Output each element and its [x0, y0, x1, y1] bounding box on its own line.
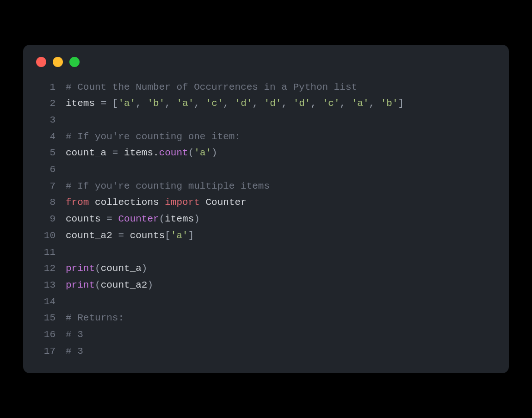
line-content: [66, 112, 72, 129]
code-line[interactable]: 14: [36, 294, 496, 310]
code-line[interactable]: 17# 3: [36, 343, 496, 360]
code-token: items.: [118, 148, 159, 158]
code-line[interactable]: 1# Count the Number of Occurrences in a …: [36, 79, 496, 96]
line-content: # 3: [66, 343, 83, 360]
code-token: (: [159, 214, 165, 224]
minimize-icon[interactable]: [53, 57, 63, 67]
code-token: 'a': [194, 148, 211, 158]
code-token: ,: [369, 98, 381, 109]
line-number: 3: [36, 112, 56, 129]
code-token: ,: [340, 98, 351, 109]
code-token: items: [165, 214, 194, 224]
zoom-icon[interactable]: [69, 57, 80, 67]
code-token: counts: [124, 230, 165, 241]
code-token: # If you're counting multiple items: [66, 181, 270, 191]
code-line[interactable]: 10count_a2 = counts['a']: [36, 227, 496, 244]
code-line[interactable]: 15# Returns:: [36, 310, 496, 326]
line-content: from collections import Counter: [66, 194, 247, 211]
code-line[interactable]: 8from collections import Counter: [36, 194, 496, 211]
line-number: 7: [36, 178, 56, 195]
code-token: ]: [188, 230, 194, 241]
line-content: count_a2 = counts['a']: [66, 227, 194, 244]
code-token: count_a: [101, 263, 142, 274]
code-token: ,: [310, 98, 322, 109]
line-number: 16: [36, 326, 56, 343]
code-window: 1# Count the Number of Occurrences in a …: [23, 45, 509, 374]
code-token: ]: [398, 98, 404, 109]
line-content: # If you're counting multiple items: [66, 178, 270, 195]
code-token: 'd': [293, 98, 311, 109]
code-token: # 3: [66, 346, 83, 357]
code-token: print: [66, 263, 95, 274]
line-content: [66, 244, 72, 261]
code-line[interactable]: 16# 3: [36, 326, 496, 343]
code-token: 'd': [264, 98, 282, 109]
code-token: count_a2: [101, 280, 148, 290]
window-titlebar: [23, 45, 509, 71]
code-token: count_a: [66, 148, 112, 158]
line-number: 6: [36, 161, 56, 178]
code-token: # 3: [66, 329, 83, 340]
line-content: # 3: [66, 326, 83, 343]
code-token: # Count the Number of Occurrences in a P…: [66, 82, 357, 92]
line-number: 10: [36, 227, 56, 244]
code-token: =: [112, 148, 118, 158]
line-number: 15: [36, 310, 56, 326]
code-token: ,: [223, 98, 235, 109]
code-token: 'b': [147, 98, 165, 109]
line-number: 1: [36, 79, 56, 96]
line-content: items = ['a', 'b', 'a', 'c', 'd', 'd', '…: [66, 95, 404, 112]
code-line[interactable]: 7# If you're counting multiple items: [36, 178, 496, 195]
code-line[interactable]: 6: [36, 161, 496, 178]
code-token: [106, 98, 112, 109]
code-token: items: [66, 98, 101, 109]
code-token: from: [66, 197, 89, 208]
code-token: ,: [136, 98, 147, 109]
code-token: 'a': [171, 230, 188, 241]
code-token: (: [188, 148, 194, 158]
code-token: 'a': [352, 98, 369, 109]
code-token: =: [101, 98, 107, 109]
line-content: # Returns:: [66, 310, 124, 326]
code-token: counts: [66, 214, 106, 224]
code-token: 'a': [177, 98, 194, 109]
line-content: # If you're counting one item:: [66, 129, 241, 145]
code-line[interactable]: 3: [36, 112, 496, 129]
code-line[interactable]: 11: [36, 244, 496, 261]
line-number: 4: [36, 129, 56, 145]
code-token: Counter: [200, 197, 247, 208]
code-token: Counter: [118, 214, 159, 224]
code-token: =: [118, 230, 124, 241]
code-token: collections: [89, 197, 165, 208]
code-token: [: [112, 98, 118, 109]
code-token: ): [211, 148, 217, 158]
code-token: 'c': [322, 98, 340, 109]
code-token: =: [106, 214, 112, 224]
code-token: # Returns:: [66, 313, 124, 323]
line-number: 14: [36, 294, 56, 310]
code-line[interactable]: 12print(count_a): [36, 260, 496, 277]
code-editor[interactable]: 1# Count the Number of Occurrences in a …: [23, 71, 509, 360]
code-token: print: [66, 280, 95, 290]
code-token: ,: [281, 98, 293, 109]
code-line[interactable]: 2items = ['a', 'b', 'a', 'c', 'd', 'd', …: [36, 95, 496, 112]
code-line[interactable]: 5count_a = items.count('a'): [36, 145, 496, 161]
line-content: print(count_a2): [66, 277, 153, 294]
close-icon[interactable]: [36, 57, 46, 67]
code-token: 'b': [381, 98, 398, 109]
code-token: ,: [194, 98, 205, 109]
code-token: # If you're counting one item:: [66, 131, 241, 142]
code-token: 'c': [206, 98, 223, 109]
code-token: count_a2: [66, 230, 118, 241]
code-token: 'a': [118, 98, 136, 109]
code-line[interactable]: 9counts = Counter(items): [36, 211, 496, 227]
code-token: (: [95, 263, 101, 274]
code-token: ): [142, 263, 148, 274]
line-content: count_a = items.count('a'): [66, 145, 217, 161]
line-number: 12: [36, 260, 56, 277]
line-number: 5: [36, 145, 56, 161]
line-content: print(count_a): [66, 260, 147, 277]
code-token: (: [95, 280, 101, 290]
code-line[interactable]: 13print(count_a2): [36, 277, 496, 294]
code-line[interactable]: 4# If you're counting one item:: [36, 129, 496, 145]
